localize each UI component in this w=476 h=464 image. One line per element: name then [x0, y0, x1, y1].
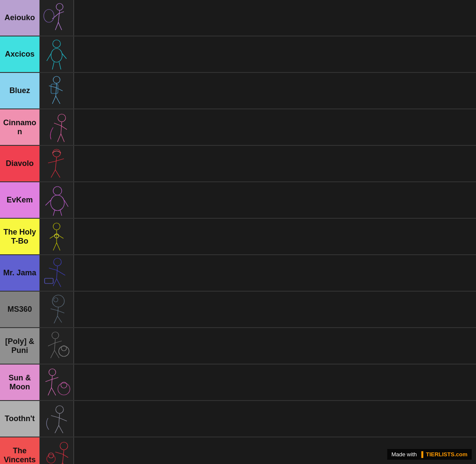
svg-point-20 — [58, 114, 66, 122]
tier-thumb-aeiouko — [39, 0, 74, 36]
tier-label-diavolo: Diavolo — [0, 146, 39, 181]
svg-line-43 — [57, 243, 60, 250]
svg-line-12 — [59, 62, 61, 69]
svg-line-17 — [52, 96, 56, 104]
svg-line-61 — [48, 343, 54, 346]
tier-content-ms360 — [74, 292, 476, 327]
svg-line-36 — [53, 210, 55, 216]
tier-thumb-toothn — [39, 401, 74, 437]
tier-label-axcicos: Axcicos — [0, 36, 39, 72]
tier-row-holy_tbo: The Holy T-Bo — [0, 219, 476, 255]
svg-point-67 — [49, 369, 56, 376]
svg-line-2 — [52, 14, 58, 19]
svg-line-27 — [55, 157, 57, 170]
svg-line-18 — [56, 96, 60, 104]
tier-row-evkem: EvKem — [0, 182, 476, 219]
svg-line-23 — [61, 126, 67, 130]
svg-point-88 — [48, 453, 54, 458]
tier-label-ms360: MS360 — [0, 292, 39, 327]
svg-point-7 — [53, 40, 60, 48]
svg-line-47 — [49, 268, 57, 270]
tier-row-poly_puni: [Poly] & Puni — [0, 328, 476, 365]
tier-content-holy_tbo — [74, 219, 476, 254]
tier-label-aeiouko: Aeiouko — [0, 0, 39, 36]
svg-point-26 — [53, 149, 60, 157]
watermark-icon: ▐ — [419, 451, 423, 458]
tier-label-poly_puni: [Poly] & Puni — [0, 328, 39, 364]
svg-line-62 — [54, 341, 62, 343]
svg-line-46 — [57, 266, 57, 279]
svg-rect-51 — [45, 278, 53, 283]
tier-row-toothn: Toothn't — [0, 401, 476, 437]
svg-line-50 — [57, 279, 61, 287]
tier-thumb-bluez — [39, 73, 74, 108]
tier-label-vincents: The Vincents — [0, 437, 39, 464]
svg-line-77 — [51, 416, 59, 418]
tier-content-bluez — [74, 73, 476, 108]
tier-content-mr_jama — [74, 255, 476, 291]
tier-thumb-sun_moon — [39, 365, 74, 400]
svg-point-8 — [51, 48, 62, 62]
tier-label-holy_tbo: The Holy T-Bo — [0, 219, 39, 254]
svg-line-57 — [54, 316, 57, 323]
svg-line-49 — [53, 279, 57, 286]
svg-line-16 — [56, 87, 63, 91]
svg-line-14 — [56, 83, 57, 96]
tier-label-cinnamon: Cinnamon — [0, 109, 39, 145]
tier-content-evkem — [74, 182, 476, 218]
tier-label-toothn: Toothn't — [0, 401, 39, 437]
tier-row-diavolo: Diavolo — [0, 146, 476, 182]
svg-point-0 — [56, 3, 63, 10]
svg-line-1 — [58, 10, 60, 22]
svg-line-5 — [58, 22, 62, 30]
svg-point-33 — [51, 195, 64, 211]
tier-label-evkem: EvKem — [0, 182, 39, 218]
svg-point-81 — [60, 442, 68, 450]
tier-content-diavolo — [74, 146, 476, 181]
svg-line-60 — [54, 339, 55, 350]
svg-line-63 — [51, 350, 54, 358]
tier-thumb-cinnamon — [39, 109, 74, 145]
svg-line-22 — [54, 123, 61, 126]
svg-line-78 — [59, 418, 67, 421]
watermark-brand: TIERLISTS.com — [426, 451, 467, 458]
svg-line-82 — [63, 450, 64, 463]
svg-point-6 — [44, 9, 54, 22]
watermark: Made with ▐ TIERLISTS.com — [387, 449, 472, 460]
svg-line-69 — [45, 380, 51, 382]
svg-point-53 — [54, 298, 58, 302]
svg-line-71 — [48, 388, 51, 395]
svg-line-76 — [59, 413, 60, 425]
tier-label-mr_jama: Mr. Jama — [0, 255, 39, 291]
svg-line-4 — [55, 22, 58, 30]
tier-list: Aeiouko Axcicos Bluez Cinnamon — [0, 0, 476, 464]
svg-point-73 — [58, 383, 70, 395]
svg-line-10 — [62, 54, 66, 59]
tier-thumb-holy_tbo — [39, 219, 74, 254]
tier-thumb-diavolo — [39, 146, 74, 181]
tier-thumb-poly_puni — [39, 328, 74, 364]
tier-row-cinnamon: Cinnamon — [0, 109, 476, 146]
svg-point-66 — [61, 346, 66, 351]
svg-point-32 — [53, 187, 62, 195]
tier-row-axcicos: Axcicos — [0, 36, 476, 73]
tier-thumb-axcicos — [39, 36, 74, 72]
tier-thumb-evkem — [39, 182, 74, 218]
svg-line-15 — [49, 86, 56, 87]
tier-content-toothn — [74, 401, 476, 437]
tier-content-poly_puni — [74, 328, 476, 364]
svg-line-34 — [45, 200, 51, 205]
svg-line-83 — [55, 452, 63, 454]
tier-row-sun_moon: Sun & Moon — [0, 365, 476, 401]
svg-line-30 — [51, 170, 55, 178]
tier-label-sun_moon: Sun & Moon — [0, 365, 39, 400]
svg-line-24 — [57, 134, 61, 142]
tier-thumb-ms360 — [39, 292, 74, 327]
svg-point-13 — [53, 76, 60, 83]
svg-line-11 — [52, 62, 54, 69]
svg-point-59 — [52, 332, 59, 339]
tier-row-mr_jama: Mr. Jama — [0, 255, 476, 292]
svg-point-65 — [59, 346, 69, 356]
tier-thumb-vincents — [39, 437, 74, 464]
svg-line-55 — [51, 309, 57, 310]
